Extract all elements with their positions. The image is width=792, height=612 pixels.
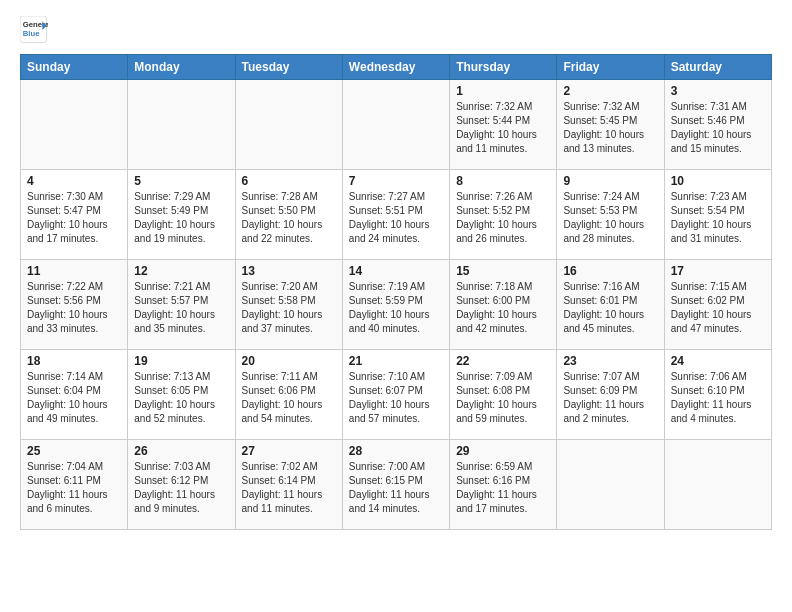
header-row: SundayMondayTuesdayWednesdayThursdayFrid…: [21, 55, 772, 80]
svg-text:Blue: Blue: [23, 29, 40, 38]
day-info: Sunrise: 7:29 AM Sunset: 5:49 PM Dayligh…: [134, 190, 228, 246]
day-info: Sunrise: 7:27 AM Sunset: 5:51 PM Dayligh…: [349, 190, 443, 246]
day-number: 5: [134, 174, 228, 188]
day-info: Sunrise: 7:16 AM Sunset: 6:01 PM Dayligh…: [563, 280, 657, 336]
day-number: 23: [563, 354, 657, 368]
day-info: Sunrise: 7:20 AM Sunset: 5:58 PM Dayligh…: [242, 280, 336, 336]
day-number: 4: [27, 174, 121, 188]
column-header-friday: Friday: [557, 55, 664, 80]
day-info: Sunrise: 7:06 AM Sunset: 6:10 PM Dayligh…: [671, 370, 765, 426]
day-info: Sunrise: 7:02 AM Sunset: 6:14 PM Dayligh…: [242, 460, 336, 516]
column-header-saturday: Saturday: [664, 55, 771, 80]
day-cell: 10Sunrise: 7:23 AM Sunset: 5:54 PM Dayli…: [664, 170, 771, 260]
logo: General Blue: [20, 16, 48, 44]
day-cell: 2Sunrise: 7:32 AM Sunset: 5:45 PM Daylig…: [557, 80, 664, 170]
day-number: 18: [27, 354, 121, 368]
day-cell: 8Sunrise: 7:26 AM Sunset: 5:52 PM Daylig…: [450, 170, 557, 260]
day-info: Sunrise: 7:18 AM Sunset: 6:00 PM Dayligh…: [456, 280, 550, 336]
day-info: Sunrise: 7:31 AM Sunset: 5:46 PM Dayligh…: [671, 100, 765, 156]
day-number: 22: [456, 354, 550, 368]
day-cell: 17Sunrise: 7:15 AM Sunset: 6:02 PM Dayli…: [664, 260, 771, 350]
day-number: 7: [349, 174, 443, 188]
day-info: Sunrise: 7:14 AM Sunset: 6:04 PM Dayligh…: [27, 370, 121, 426]
day-cell: [664, 440, 771, 530]
day-info: Sunrise: 7:04 AM Sunset: 6:11 PM Dayligh…: [27, 460, 121, 516]
day-cell: 3Sunrise: 7:31 AM Sunset: 5:46 PM Daylig…: [664, 80, 771, 170]
day-cell: 29Sunrise: 6:59 AM Sunset: 6:16 PM Dayli…: [450, 440, 557, 530]
day-number: 26: [134, 444, 228, 458]
day-info: Sunrise: 7:03 AM Sunset: 6:12 PM Dayligh…: [134, 460, 228, 516]
day-info: Sunrise: 7:23 AM Sunset: 5:54 PM Dayligh…: [671, 190, 765, 246]
column-header-thursday: Thursday: [450, 55, 557, 80]
day-number: 25: [27, 444, 121, 458]
week-row-3: 11Sunrise: 7:22 AM Sunset: 5:56 PM Dayli…: [21, 260, 772, 350]
day-cell: 18Sunrise: 7:14 AM Sunset: 6:04 PM Dayli…: [21, 350, 128, 440]
day-cell: [235, 80, 342, 170]
day-number: 19: [134, 354, 228, 368]
day-cell: 26Sunrise: 7:03 AM Sunset: 6:12 PM Dayli…: [128, 440, 235, 530]
day-cell: 9Sunrise: 7:24 AM Sunset: 5:53 PM Daylig…: [557, 170, 664, 260]
column-header-wednesday: Wednesday: [342, 55, 449, 80]
day-cell: 21Sunrise: 7:10 AM Sunset: 6:07 PM Dayli…: [342, 350, 449, 440]
day-number: 14: [349, 264, 443, 278]
day-number: 11: [27, 264, 121, 278]
day-cell: 4Sunrise: 7:30 AM Sunset: 5:47 PM Daylig…: [21, 170, 128, 260]
week-row-4: 18Sunrise: 7:14 AM Sunset: 6:04 PM Dayli…: [21, 350, 772, 440]
week-row-1: 1Sunrise: 7:32 AM Sunset: 5:44 PM Daylig…: [21, 80, 772, 170]
day-number: 28: [349, 444, 443, 458]
day-info: Sunrise: 7:10 AM Sunset: 6:07 PM Dayligh…: [349, 370, 443, 426]
day-number: 16: [563, 264, 657, 278]
day-info: Sunrise: 7:00 AM Sunset: 6:15 PM Dayligh…: [349, 460, 443, 516]
column-header-monday: Monday: [128, 55, 235, 80]
day-cell: 15Sunrise: 7:18 AM Sunset: 6:00 PM Dayli…: [450, 260, 557, 350]
day-info: Sunrise: 7:15 AM Sunset: 6:02 PM Dayligh…: [671, 280, 765, 336]
day-number: 6: [242, 174, 336, 188]
week-row-5: 25Sunrise: 7:04 AM Sunset: 6:11 PM Dayli…: [21, 440, 772, 530]
day-cell: 16Sunrise: 7:16 AM Sunset: 6:01 PM Dayli…: [557, 260, 664, 350]
day-info: Sunrise: 7:07 AM Sunset: 6:09 PM Dayligh…: [563, 370, 657, 426]
week-row-2: 4Sunrise: 7:30 AM Sunset: 5:47 PM Daylig…: [21, 170, 772, 260]
day-number: 27: [242, 444, 336, 458]
day-info: Sunrise: 7:22 AM Sunset: 5:56 PM Dayligh…: [27, 280, 121, 336]
day-cell: 23Sunrise: 7:07 AM Sunset: 6:09 PM Dayli…: [557, 350, 664, 440]
column-header-sunday: Sunday: [21, 55, 128, 80]
day-info: Sunrise: 7:24 AM Sunset: 5:53 PM Dayligh…: [563, 190, 657, 246]
day-number: 3: [671, 84, 765, 98]
day-info: Sunrise: 7:11 AM Sunset: 6:06 PM Dayligh…: [242, 370, 336, 426]
day-info: Sunrise: 7:28 AM Sunset: 5:50 PM Dayligh…: [242, 190, 336, 246]
day-number: 24: [671, 354, 765, 368]
day-cell: 6Sunrise: 7:28 AM Sunset: 5:50 PM Daylig…: [235, 170, 342, 260]
day-number: 21: [349, 354, 443, 368]
column-header-tuesday: Tuesday: [235, 55, 342, 80]
day-cell: 7Sunrise: 7:27 AM Sunset: 5:51 PM Daylig…: [342, 170, 449, 260]
day-cell: [21, 80, 128, 170]
logo-icon: General Blue: [20, 16, 48, 44]
day-number: 10: [671, 174, 765, 188]
day-number: 8: [456, 174, 550, 188]
day-cell: [128, 80, 235, 170]
day-cell: 1Sunrise: 7:32 AM Sunset: 5:44 PM Daylig…: [450, 80, 557, 170]
day-cell: 22Sunrise: 7:09 AM Sunset: 6:08 PM Dayli…: [450, 350, 557, 440]
day-number: 9: [563, 174, 657, 188]
day-cell: 13Sunrise: 7:20 AM Sunset: 5:58 PM Dayli…: [235, 260, 342, 350]
day-number: 13: [242, 264, 336, 278]
day-number: 29: [456, 444, 550, 458]
day-info: Sunrise: 7:21 AM Sunset: 5:57 PM Dayligh…: [134, 280, 228, 336]
day-number: 2: [563, 84, 657, 98]
day-cell: [342, 80, 449, 170]
day-cell: [557, 440, 664, 530]
day-cell: 11Sunrise: 7:22 AM Sunset: 5:56 PM Dayli…: [21, 260, 128, 350]
day-info: Sunrise: 7:30 AM Sunset: 5:47 PM Dayligh…: [27, 190, 121, 246]
day-cell: 28Sunrise: 7:00 AM Sunset: 6:15 PM Dayli…: [342, 440, 449, 530]
day-info: Sunrise: 7:13 AM Sunset: 6:05 PM Dayligh…: [134, 370, 228, 426]
day-cell: 24Sunrise: 7:06 AM Sunset: 6:10 PM Dayli…: [664, 350, 771, 440]
day-info: Sunrise: 7:09 AM Sunset: 6:08 PM Dayligh…: [456, 370, 550, 426]
day-number: 15: [456, 264, 550, 278]
day-cell: 19Sunrise: 7:13 AM Sunset: 6:05 PM Dayli…: [128, 350, 235, 440]
day-info: Sunrise: 7:26 AM Sunset: 5:52 PM Dayligh…: [456, 190, 550, 246]
day-info: Sunrise: 7:32 AM Sunset: 5:45 PM Dayligh…: [563, 100, 657, 156]
day-cell: 25Sunrise: 7:04 AM Sunset: 6:11 PM Dayli…: [21, 440, 128, 530]
calendar-table: SundayMondayTuesdayWednesdayThursdayFrid…: [20, 54, 772, 530]
day-number: 12: [134, 264, 228, 278]
day-number: 20: [242, 354, 336, 368]
